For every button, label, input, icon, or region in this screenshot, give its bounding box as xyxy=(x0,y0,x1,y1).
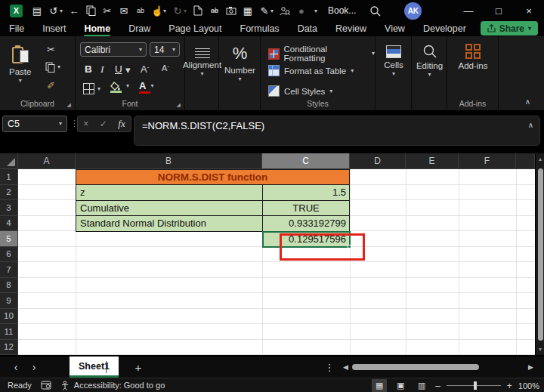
cancel-icon[interactable]: × xyxy=(83,119,88,129)
close-button[interactable]: × xyxy=(514,0,544,21)
accessibility-icon[interactable] xyxy=(60,381,70,390)
zoom-level[interactable]: 100% xyxy=(518,381,539,390)
cell-c3[interactable]: TRUE xyxy=(262,200,350,217)
horizontal-scrollbar-thumb[interactable] xyxy=(352,364,479,370)
draft-pen-dropdown-icon[interactable]: ▾ xyxy=(270,8,277,14)
tab-page-layout[interactable]: Page Layout xyxy=(159,21,230,36)
cells-button[interactable]: Cells ▾ xyxy=(376,45,412,76)
font-size-select[interactable]: 14 ▾ xyxy=(150,42,180,57)
row-header-9[interactable]: 9 xyxy=(0,293,18,309)
row-header-10[interactable]: 10 xyxy=(0,309,18,325)
record-icon[interactable]: ● xyxy=(293,2,310,19)
row-header-12[interactable]: 12 xyxy=(0,340,18,356)
font-color-button[interactable]: A ▾ xyxy=(139,82,153,90)
normal-view-icon[interactable]: ▦ xyxy=(372,379,387,392)
alignment-dropdown-icon[interactable]: ▾ xyxy=(200,72,203,76)
paste-button[interactable]: Paste ▾ xyxy=(9,45,31,83)
increase-font-button[interactable]: Aˆ xyxy=(141,63,149,75)
expand-formula-bar-icon[interactable]: ∧ xyxy=(528,121,533,129)
cell-styles-button[interactable]: Cell Styles ▾ xyxy=(268,85,332,97)
email-icon[interactable]: ✉ xyxy=(116,2,132,19)
formula-input[interactable]: =NORM.S.DIST(C2,FALSE) ∧ xyxy=(134,116,540,146)
cells-dropdown-icon[interactable]: ▾ xyxy=(392,72,395,76)
number-dropdown-icon[interactable]: ▾ xyxy=(238,77,241,82)
vertical-scrollbar-thumb[interactable] xyxy=(538,168,543,341)
addins-button[interactable]: Add-ins xyxy=(447,44,499,70)
tab-home[interactable]: Home xyxy=(75,21,119,36)
copy-button[interactable]: ▾ xyxy=(45,62,60,73)
strikethrough-icon[interactable]: ab xyxy=(206,2,223,19)
tab-formulas[interactable]: Formulas xyxy=(231,21,289,36)
cell-b2[interactable]: z xyxy=(76,184,263,201)
sheet-tab-sheet1[interactable]: Sheet1 xyxy=(70,357,119,378)
italic-button[interactable]: I xyxy=(100,63,104,76)
tab-file[interactable]: File xyxy=(0,21,33,36)
name-box[interactable]: C5 ▾ xyxy=(2,116,67,132)
fill-color-dropdown-icon[interactable]: ▾ xyxy=(126,84,129,88)
font-dialog-launcher-icon[interactable]: ◢ xyxy=(177,102,181,108)
back-icon[interactable]: ← xyxy=(66,2,82,19)
page-layout-view-icon[interactable]: ▣ xyxy=(393,379,408,392)
paste-dropdown-icon[interactable]: ▾ xyxy=(19,79,22,83)
column-header-e[interactable]: E xyxy=(406,153,459,169)
column-header-a[interactable]: A xyxy=(18,153,76,169)
cells-area[interactable]: NORM.S.DIST function z 1.5 Cumulative TR… xyxy=(18,169,535,355)
alignment-button[interactable]: Alignment ▾ xyxy=(185,48,219,76)
sheet-nav-left-icon[interactable]: ‹ xyxy=(6,357,26,378)
macro-record-icon[interactable] xyxy=(41,381,51,390)
row-header-7[interactable]: 7 xyxy=(0,262,18,278)
tab-view[interactable]: View xyxy=(376,21,414,36)
column-header-b[interactable]: B xyxy=(76,153,262,169)
cut-icon[interactable]: ✂ xyxy=(99,2,116,19)
editing-button[interactable]: Editing ▾ xyxy=(412,44,447,77)
zoom-in-icon[interactable]: + xyxy=(507,381,512,391)
touch-mode-dropdown-icon[interactable]: ▾ xyxy=(163,8,169,14)
accessibility-status[interactable]: Accessibility: Good to go xyxy=(74,381,165,390)
column-header-f[interactable]: F xyxy=(459,153,516,169)
new-document-icon[interactable] xyxy=(190,2,206,19)
tab-bar-more-icon[interactable]: ⋮ xyxy=(323,357,335,378)
name-box-dropdown-icon[interactable]: ▾ xyxy=(59,122,62,126)
page-break-view-icon[interactable]: ▥ xyxy=(414,379,429,392)
copy-dropdown-icon[interactable]: ▾ xyxy=(57,65,60,69)
column-header-partial[interactable] xyxy=(516,153,535,169)
fill-color-button[interactable]: ▾ xyxy=(110,82,129,90)
table-icon[interactable]: ▦ xyxy=(240,2,256,19)
cell-b4[interactable]: Standard Normal Distribution xyxy=(76,215,263,232)
row-header-11[interactable]: 11 xyxy=(0,324,18,340)
column-header-d[interactable]: D xyxy=(350,153,406,169)
column-header-c[interactable]: C xyxy=(262,153,350,169)
scroll-up-icon[interactable]: ▲ xyxy=(536,156,544,162)
tab-draw[interactable]: Draw xyxy=(119,21,159,36)
tab-developer[interactable]: Developer xyxy=(414,21,475,36)
font-color-dropdown-icon[interactable]: ▾ xyxy=(150,84,153,88)
copy-icon[interactable] xyxy=(82,2,99,19)
row-header-5[interactable]: 5 xyxy=(0,231,18,247)
vertical-scrollbar[interactable]: ▲ ▼ xyxy=(535,153,544,355)
row-header-4[interactable]: 4 xyxy=(0,216,18,232)
select-all-corner[interactable] xyxy=(0,153,18,169)
sheet-nav-right-icon[interactable]: › xyxy=(24,357,44,378)
zoom-slider-handle[interactable] xyxy=(474,381,477,390)
scroll-right-icon[interactable]: ▶ xyxy=(528,363,533,371)
cell-c4[interactable]: 0.933192799 xyxy=(262,215,350,232)
camera-icon[interactable] xyxy=(223,2,240,19)
maximize-button[interactable]: □ xyxy=(484,0,514,21)
tab-review[interactable]: Review xyxy=(326,21,376,36)
cell-c2[interactable]: 1.5 xyxy=(262,184,350,201)
scroll-down-icon[interactable]: ▼ xyxy=(536,347,544,352)
format-as-table-button[interactable]: Format as Table ▾ xyxy=(268,65,354,76)
cut-button[interactable]: ✂ xyxy=(47,44,55,55)
borders-button[interactable]: ▾ xyxy=(83,83,100,94)
decrease-font-button[interactable]: Aˇ xyxy=(162,63,169,73)
row-header-3[interactable]: 3 xyxy=(0,200,18,216)
redo-dropdown-icon[interactable]: ▾ xyxy=(184,8,190,14)
spellcheck-icon[interactable]: ab xyxy=(132,2,149,19)
collapse-ribbon-icon[interactable]: ∧ xyxy=(525,97,530,106)
cell-b3[interactable]: Cumulative xyxy=(76,200,263,217)
horizontal-scrollbar[interactable]: ◀ ▶ xyxy=(342,357,535,378)
qat-overflow-icon[interactable]: ▾ xyxy=(314,8,320,14)
format-painter-button[interactable]: ✐ xyxy=(47,80,55,91)
user-avatar[interactable]: AK xyxy=(404,2,422,20)
font-family-select[interactable]: Calibri ▾ xyxy=(80,42,147,57)
